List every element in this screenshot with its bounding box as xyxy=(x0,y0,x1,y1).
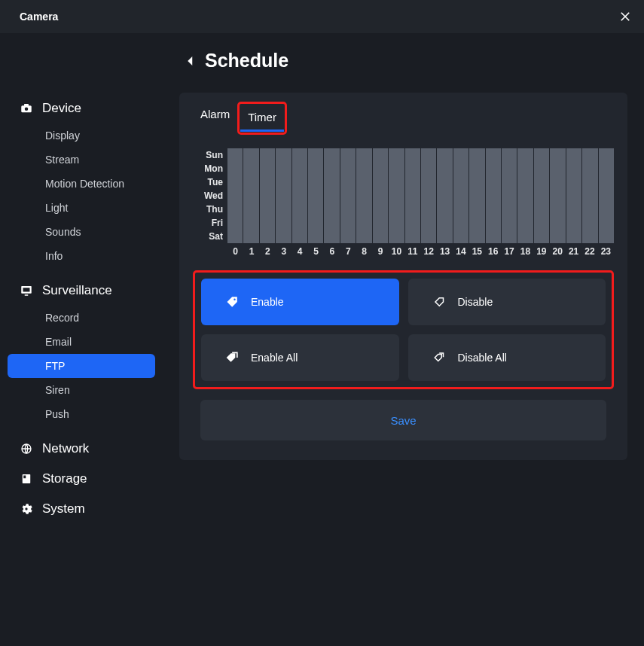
schedule-cell[interactable] xyxy=(405,175,420,189)
schedule-cell[interactable] xyxy=(566,189,581,203)
schedule-cell[interactable] xyxy=(276,175,291,189)
schedule-cell[interactable] xyxy=(421,216,436,230)
schedule-cell[interactable] xyxy=(308,189,323,203)
enable-all-button[interactable]: Enable All xyxy=(201,334,399,381)
schedule-cell[interactable] xyxy=(373,189,388,203)
schedule-cell[interactable] xyxy=(373,148,388,162)
schedule-cell[interactable] xyxy=(599,175,614,189)
schedule-cell[interactable] xyxy=(550,189,565,203)
schedule-cell[interactable] xyxy=(469,203,484,216)
sidebar-item-motion-detection[interactable]: Motion Detection xyxy=(8,172,155,196)
schedule-cell[interactable] xyxy=(502,230,517,243)
schedule-cell[interactable] xyxy=(517,203,533,216)
schedule-cell[interactable] xyxy=(356,148,371,162)
schedule-cell[interactable] xyxy=(550,175,565,189)
schedule-cell[interactable] xyxy=(582,189,597,203)
schedule-cell[interactable] xyxy=(389,175,404,189)
schedule-cell[interactable] xyxy=(502,189,517,203)
schedule-cell[interactable] xyxy=(243,203,258,216)
schedule-cell[interactable] xyxy=(534,203,549,216)
schedule-cell[interactable] xyxy=(502,203,517,216)
schedule-cell[interactable] xyxy=(566,175,581,189)
schedule-cell[interactable] xyxy=(227,175,243,189)
schedule-cell[interactable] xyxy=(534,230,549,243)
schedule-cell[interactable] xyxy=(405,148,420,162)
sidebar-item-info[interactable]: Info xyxy=(8,244,155,268)
schedule-cell[interactable] xyxy=(276,203,291,216)
schedule-cell[interactable] xyxy=(260,203,275,216)
schedule-cell[interactable] xyxy=(517,230,533,243)
schedule-cell[interactable] xyxy=(502,162,517,175)
schedule-cell[interactable] xyxy=(550,216,565,230)
schedule-cell[interactable] xyxy=(373,162,388,175)
sidebar-group-surveillance[interactable]: Surveillance xyxy=(0,276,163,306)
schedule-cell[interactable] xyxy=(276,189,291,203)
sidebar-item-siren[interactable]: Siren xyxy=(8,378,155,402)
schedule-cell[interactable] xyxy=(373,203,388,216)
schedule-cell[interactable] xyxy=(453,230,469,243)
disable-button[interactable]: Disable xyxy=(408,279,606,325)
schedule-cell[interactable] xyxy=(340,189,356,203)
tab-alarm[interactable]: Alarm xyxy=(193,102,237,135)
schedule-cell[interactable] xyxy=(292,203,307,216)
schedule-cell[interactable] xyxy=(340,216,356,230)
schedule-cell[interactable] xyxy=(566,216,581,230)
schedule-cell[interactable] xyxy=(243,148,258,162)
schedule-cell[interactable] xyxy=(227,189,243,203)
schedule-cell[interactable] xyxy=(308,175,323,189)
schedule-cell[interactable] xyxy=(324,175,339,189)
schedule-cell[interactable] xyxy=(534,175,549,189)
schedule-cell[interactable] xyxy=(243,162,258,175)
sidebar-item-display[interactable]: Display xyxy=(8,123,155,148)
schedule-cell[interactable] xyxy=(582,230,597,243)
schedule-cell[interactable] xyxy=(421,203,436,216)
schedule-cell[interactable] xyxy=(324,230,339,243)
schedule-cell[interactable] xyxy=(276,216,291,230)
schedule-cell[interactable] xyxy=(276,162,291,175)
schedule-cell[interactable] xyxy=(421,148,436,162)
schedule-cell[interactable] xyxy=(550,203,565,216)
schedule-cell[interactable] xyxy=(517,189,533,203)
schedule-cell[interactable] xyxy=(486,162,501,175)
schedule-cell[interactable] xyxy=(453,162,469,175)
sidebar-group-system[interactable]: System xyxy=(0,494,163,524)
schedule-cell[interactable] xyxy=(260,216,275,230)
schedule-cell[interactable] xyxy=(437,162,452,175)
disable-all-button[interactable]: Disable All xyxy=(408,334,606,381)
schedule-cell[interactable] xyxy=(260,162,275,175)
schedule-cell[interactable] xyxy=(292,175,307,189)
schedule-cell[interactable] xyxy=(356,175,371,189)
close-button[interactable] xyxy=(618,10,632,23)
schedule-cell[interactable] xyxy=(582,216,597,230)
schedule-cell[interactable] xyxy=(308,148,323,162)
schedule-cell[interactable] xyxy=(486,230,501,243)
schedule-cell[interactable] xyxy=(389,189,404,203)
sidebar-group-storage[interactable]: Storage xyxy=(0,464,163,494)
schedule-cell[interactable] xyxy=(324,216,339,230)
sidebar-item-push[interactable]: Push xyxy=(8,402,155,426)
enable-button[interactable]: Enable xyxy=(201,279,399,325)
schedule-cell[interactable] xyxy=(356,203,371,216)
schedule-cell[interactable] xyxy=(469,216,484,230)
schedule-cell[interactable] xyxy=(308,162,323,175)
schedule-cell[interactable] xyxy=(276,148,291,162)
sidebar-item-record[interactable]: Record xyxy=(8,306,155,330)
schedule-cell[interactable] xyxy=(324,162,339,175)
schedule-cell[interactable] xyxy=(599,216,614,230)
schedule-cell[interactable] xyxy=(469,230,484,243)
schedule-cell[interactable] xyxy=(227,230,243,243)
schedule-cell[interactable] xyxy=(566,162,581,175)
schedule-cell[interactable] xyxy=(227,203,243,216)
schedule-cell[interactable] xyxy=(405,162,420,175)
schedule-cell[interactable] xyxy=(340,148,356,162)
schedule-cell[interactable] xyxy=(227,216,243,230)
schedule-cell[interactable] xyxy=(437,230,452,243)
schedule-cell[interactable] xyxy=(276,230,291,243)
schedule-cell[interactable] xyxy=(550,162,565,175)
schedule-cell[interactable] xyxy=(389,203,404,216)
schedule-cell[interactable] xyxy=(324,203,339,216)
schedule-cell[interactable] xyxy=(260,230,275,243)
sidebar-item-ftp[interactable]: FTP xyxy=(8,354,155,378)
schedule-cell[interactable] xyxy=(486,189,501,203)
schedule-cell[interactable] xyxy=(308,216,323,230)
